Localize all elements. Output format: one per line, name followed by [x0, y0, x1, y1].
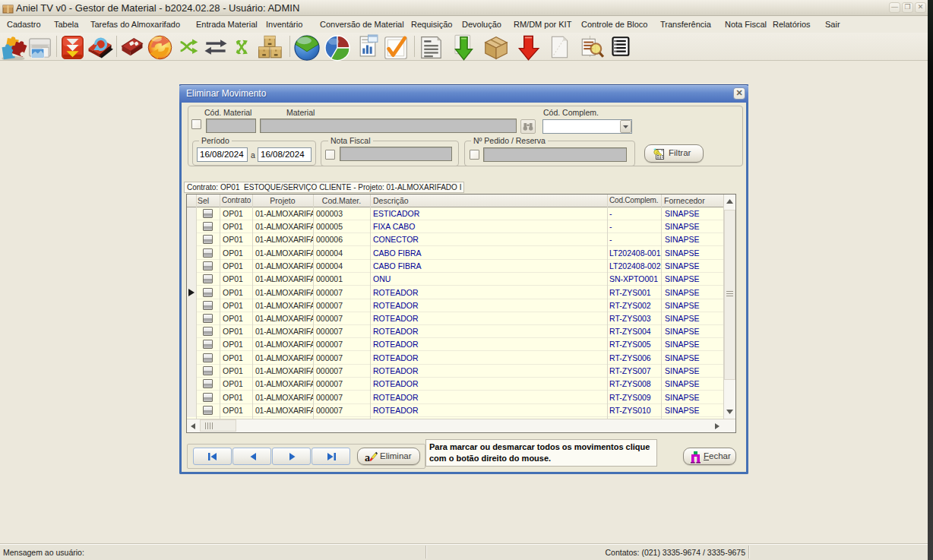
- svg-text:a: a: [365, 452, 370, 464]
